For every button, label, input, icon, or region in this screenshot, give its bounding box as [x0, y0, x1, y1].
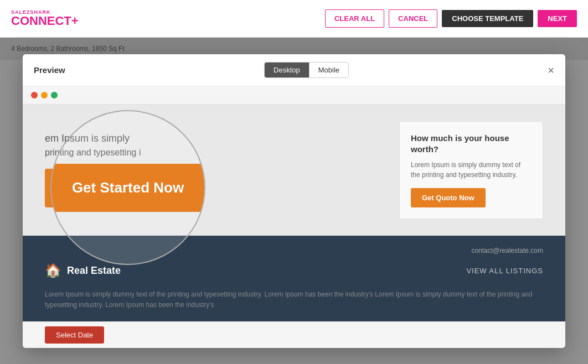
nav-buttons: CLEAR ALL CANCEL CHOOSE TEMPLATE NEXT — [325, 9, 577, 28]
logo: SALEZSHARK CONNECT+ — [11, 10, 79, 27]
house-icon: 🏠 — [45, 263, 61, 278]
footer-view-all-link[interactable]: VIEW ALL LISTINGS — [466, 267, 543, 275]
hero-text-top: em Ipsum is simply — [45, 133, 388, 144]
hero-section: em Ipsum is simply printing and typesett… — [23, 105, 565, 236]
select-date-button[interactable]: Select Date — [45, 326, 104, 344]
footer-section: contact@realestate.com 🏠 Real Estate VIE… — [23, 236, 565, 321]
footer-logo-text: Real Estate — [67, 265, 121, 277]
modal-overlay: Preview Desktop Mobile × em Ipsum is sim… — [0, 38, 588, 364]
browser-dot-red — [31, 92, 38, 98]
select-date-bar: Select Date — [23, 321, 565, 348]
preview-modal: Preview Desktop Mobile × em Ipsum is sim… — [23, 54, 565, 348]
modal-close-button[interactable]: × — [548, 65, 554, 76]
browser-dot-green — [51, 92, 58, 98]
sidebar-title: How much is your house worth? — [411, 133, 532, 154]
hero-left: em Ipsum is simply printing and typesett… — [45, 133, 388, 207]
mobile-view-button[interactable]: Mobile — [309, 63, 348, 77]
browser-chrome — [23, 86, 565, 105]
next-button[interactable]: NEXT — [538, 10, 577, 27]
cancel-button[interactable]: CANCEL — [389, 9, 437, 28]
hero-text-sub: printing and typesetting i — [45, 148, 388, 158]
sidebar-body: Lorem Ipsum is simply dummy text of the … — [411, 160, 532, 180]
footer-main: 🏠 Real Estate VIEW ALL LISTINGS — [45, 263, 543, 278]
preview-content: em Ipsum is simply printing and typesett… — [23, 105, 565, 348]
clear-all-button[interactable]: CLEAR ALL — [325, 9, 384, 28]
logo-bottom-text: CONNECT+ — [11, 15, 79, 27]
footer-contact: contact@realestate.com — [45, 247, 543, 254]
desktop-view-button[interactable]: Desktop — [265, 63, 309, 77]
top-navigation: SALEZSHARK CONNECT+ CLEAR ALL CANCEL CHO… — [0, 0, 588, 38]
hero-right-card: How much is your house worth? Lorem Ipsu… — [399, 121, 543, 219]
footer-logo: 🏠 Real Estate — [45, 263, 121, 278]
view-toggle: Desktop Mobile — [264, 62, 349, 78]
get-started-button[interactable]: Get Started Now — [45, 169, 200, 207]
preview-website: em Ipsum is simply printing and typesett… — [23, 105, 565, 348]
get-quote-button[interactable]: Get Quoto Now — [411, 188, 486, 207]
footer-body-text: Lorem Ipsum is simply dummy text of the … — [45, 289, 543, 310]
browser-dot-yellow — [41, 92, 48, 98]
modal-title: Preview — [34, 65, 65, 75]
modal-header: Preview Desktop Mobile × — [23, 54, 565, 86]
choose-template-button[interactable]: CHOOSE TEMPLATE — [442, 10, 533, 27]
